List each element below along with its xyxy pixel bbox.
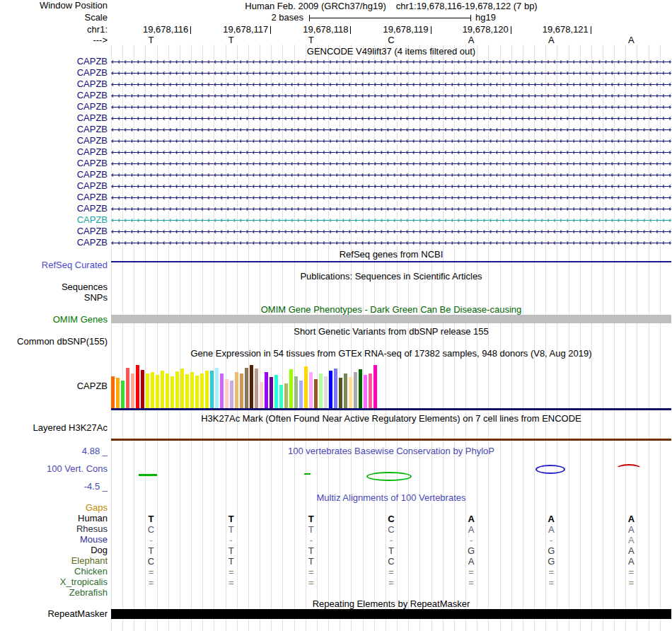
alignment-base: =: [384, 567, 398, 577]
gencode-transcript[interactable]: ←←←←←←←←←←←←←←←←←←←←←←←←←←←←←←←←←←←←←←←←…: [111, 91, 671, 100]
alignment-base: -: [464, 535, 478, 545]
conservation-mark: [615, 464, 642, 475]
alignment-base: =: [624, 567, 638, 577]
alignment-base: A: [464, 556, 478, 567]
gencode-transcript[interactable]: ←←←←←←←←←←←←←←←←←←←←←←←←←←←←←←←←←←←←←←←←…: [111, 182, 671, 190]
alignment-base: A: [544, 524, 558, 535]
alignment-base: -: [384, 535, 398, 545]
species-label[interactable]: X_tropicalis: [60, 577, 108, 587]
gencode-transcript[interactable]: ←←←←←←←←←←←←←←←←←←←←←←←←←←←←←←←←←←←←←←←←…: [111, 193, 671, 202]
alignment-base: T: [144, 545, 158, 556]
sequence-base: T: [224, 35, 238, 45]
gencode-item-label[interactable]: CAPZB: [77, 79, 108, 89]
species-label[interactable]: Mouse: [80, 535, 108, 545]
gencode-item-label[interactable]: CAPZB: [77, 204, 108, 214]
alignment-base: A: [624, 556, 638, 567]
gencode-transcript[interactable]: ←←←←←←←←←←←←←←←←←←←←←←←←←←←←←←←←←←←←←←←←…: [111, 80, 671, 88]
alignment-base: =: [144, 567, 158, 577]
alignment-base: =: [224, 577, 238, 588]
gencode-item-label[interactable]: CAPZB: [77, 215, 108, 225]
gencode-item-label[interactable]: CAPZB: [77, 102, 108, 112]
gencode-transcript[interactable]: ←←←←←←←←←←←←←←←←←←←←←←←←←←←←←←←←←←←←←←←←…: [111, 114, 671, 122]
gencode-transcript[interactable]: ←←←←←←←←←←←←←←←←←←←←←←←←←←←←←←←←←←←←←←←←…: [111, 170, 671, 179]
ruler-coordinate: 19,678,121: [525, 25, 589, 35]
gencode-transcript[interactable]: ←←←←←←←←←←←←←←←←←←←←←←←←←←←←←←←←←←←←←←←←…: [111, 69, 671, 77]
alignment-base: T: [304, 524, 318, 535]
alignment-base: C: [384, 524, 398, 535]
conservation-mark: [535, 465, 565, 474]
gencode-item-label[interactable]: CAPZB: [77, 136, 108, 146]
gencode-transcript[interactable]: ←←←←←←←←←←←←←←←←←←←←←←←←←←←←←←←←←←←←←←←←…: [111, 137, 671, 145]
alignment-base: A: [544, 514, 558, 524]
alignment-base: T: [224, 545, 238, 556]
alignment-base: T: [304, 556, 318, 567]
gencode-item-label[interactable]: CAPZB: [77, 147, 108, 157]
sequence-base: A: [544, 35, 558, 45]
species-label[interactable]: Human: [78, 514, 108, 523]
alignment-base: =: [464, 567, 478, 577]
gencode-item-label[interactable]: CAPZB: [77, 238, 108, 248]
species-label[interactable]: Dog: [91, 545, 108, 555]
alignment-base: =: [144, 577, 158, 588]
alignment-base: =: [384, 577, 398, 588]
conservation-mark: [366, 472, 412, 481]
gencode-item-label[interactable]: CAPZB: [77, 181, 108, 191]
gencode-transcript[interactable]: ←←←←←←←←←←←←←←←←←←←←←←←←←←←←←←←←←←←←←←←←…: [111, 57, 671, 66]
alignment-base: =: [544, 577, 558, 588]
alignment-base: T: [384, 545, 398, 556]
alignment-base: C: [384, 556, 398, 567]
gencode-transcript[interactable]: ←←←←←←←←←←←←←←←←←←←←←←←←←←←←←←←←←←←←←←←←…: [111, 125, 671, 134]
sequence-base: A: [624, 35, 638, 45]
gencode-transcript[interactable]: ←←←←←←←←←←←←←←←←←←←←←←←←←←←←←←←←←←←←←←←←…: [111, 148, 671, 156]
gencode-transcript[interactable]: ←←←←←←←←←←←←←←←←←←←←←←←←←←←←←←←←←←←←←←←←…: [111, 204, 671, 213]
alignment-base: C: [384, 514, 398, 524]
alignment-base: A: [464, 524, 478, 535]
species-label[interactable]: Chicken: [74, 567, 108, 577]
species-label[interactable]: Rhesus: [76, 524, 108, 534]
gencode-transcript[interactable]: ←←←←←←←←←←←←←←←←←←←←←←←←←←←←←←←←←←←←←←←←…: [111, 216, 671, 224]
alignment-base: =: [544, 567, 558, 577]
alignment-base: A: [624, 535, 638, 545]
gencode-item-label[interactable]: CAPZB: [77, 226, 108, 236]
alignment-base: T: [304, 545, 318, 556]
alignment-base: A: [624, 524, 638, 535]
alignment-base: A: [464, 514, 478, 524]
sequence-base: T: [144, 35, 158, 45]
alignment-base: -: [304, 535, 318, 545]
ruler-coordinate: 19,678,116: [124, 25, 188, 35]
ruler-coordinate: 19,678,117: [204, 25, 268, 35]
species-label[interactable]: Elephant: [71, 556, 108, 566]
ruler-coordinate: 19,678,119: [365, 25, 429, 35]
species-label[interactable]: Zebrafish: [69, 588, 108, 598]
alignment-base: A: [624, 514, 638, 524]
gencode-item-label[interactable]: CAPZB: [77, 125, 108, 134]
gencode-item-label[interactable]: CAPZB: [77, 91, 108, 100]
alignment-base: =: [624, 577, 638, 588]
gencode-transcript[interactable]: ←←←←←←←←←←←←←←←←←←←←←←←←←←←←←←←←←←←←←←←←…: [111, 159, 671, 168]
conservation-mark: [304, 473, 311, 475]
gencode-item-label[interactable]: CAPZB: [77, 158, 108, 168]
sequence-base: C: [384, 35, 398, 45]
alignment-base: T: [224, 556, 238, 567]
alignment-base: T: [224, 524, 238, 535]
gencode-item-label[interactable]: CAPZB: [77, 192, 108, 202]
alignment-base: =: [224, 567, 238, 577]
gencode-item-label[interactable]: CAPZB: [77, 170, 108, 180]
alignment-base: G: [464, 545, 478, 556]
ruler-tick: [190, 26, 191, 34]
gencode-item-label[interactable]: CAPZB: [77, 57, 108, 66]
gencode-transcript[interactable]: ←←←←←←←←←←←←←←←←←←←←←←←←←←←←←←←←←←←←←←←←…: [111, 103, 671, 111]
gencode-transcript[interactable]: ←←←←←←←←←←←←←←←←←←←←←←←←←←←←←←←←←←←←←←←←…: [111, 227, 671, 236]
gencode-item-label[interactable]: CAPZB: [77, 113, 108, 123]
ruler-tick: [591, 26, 591, 34]
gencode-item-label[interactable]: CAPZB: [77, 68, 108, 78]
generated-track-content: 19,678,11619,678,11719,678,11819,678,119…: [0, 0, 672, 631]
alignment-base: G: [544, 545, 558, 556]
gencode-transcript[interactable]: ←←←←←←←←←←←←←←←←←←←←←←←←←←←←←←←←←←←←←←←←…: [111, 238, 671, 247]
alignment-base: C: [144, 524, 158, 535]
alignment-base: -: [144, 535, 158, 545]
sequence-base: T: [304, 35, 318, 45]
ruler-tick: [350, 26, 351, 34]
alignment-base: =: [464, 577, 478, 588]
alignment-base: T: [304, 514, 318, 524]
